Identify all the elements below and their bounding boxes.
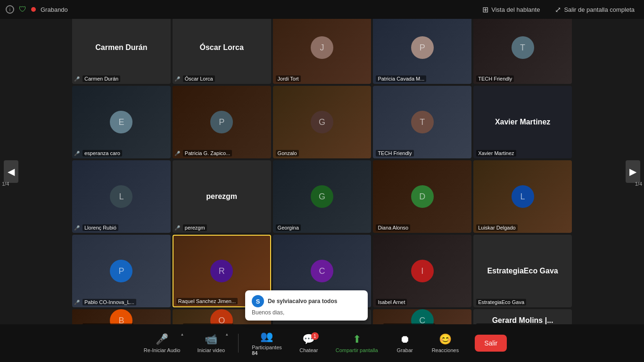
speaker-view-btn[interactable]: ⊞ Vista del hablante	[479, 3, 544, 16]
audio-chevron-icon: ▲	[181, 332, 184, 337]
video-tile-11[interactable]: L🎤Llorenç Rubió	[72, 160, 171, 233]
video-tile-15[interactable]: LLuiskar Delgado	[473, 160, 572, 233]
chat-sender-avatar: S	[252, 295, 264, 307]
tile-name-9: TECH Friendly	[376, 150, 413, 156]
leave-btn[interactable]: Salir	[475, 335, 507, 352]
video-tile-14[interactable]: DDiana Alonso	[373, 160, 471, 233]
share-screen-label: Compartir pantalla	[336, 347, 378, 353]
video-tile-7[interactable]: P🎤Patricia G. Zapico...	[173, 86, 271, 158]
tile-name-13: Georgina	[276, 224, 301, 231]
video-tile-5[interactable]: TTECH Friendly	[473, 11, 572, 84]
nav-next-button[interactable]: ▶	[626, 160, 640, 183]
topbar: i 🛡 Grabando ⊞ Vista del hablante ⤢ Sali…	[0, 0, 644, 19]
tile-name-1: Carmen Durán	[83, 75, 120, 82]
video-tile-9[interactable]: TTECH Friendly	[373, 86, 471, 158]
speaker-view-icon: ⊞	[482, 5, 488, 14]
video-btn[interactable]: 📹 Iniciar video ▲	[190, 329, 231, 357]
tile-name-10: Xavier Martinez	[476, 150, 516, 156]
tile-name-15: Luiskar Delgado	[476, 224, 518, 231]
tile-name-6: esperanza caro	[83, 150, 122, 156]
tile-name-5: TECH Friendly	[476, 75, 514, 82]
video-tile-4[interactable]: PPatricia Cavada M...	[373, 11, 471, 84]
share-screen-icon: ⬆	[353, 333, 361, 346]
separator-1	[238, 334, 239, 353]
mute-icon-2: 🎤	[174, 75, 180, 82]
video-tile-16[interactable]: P🎤Pablo CO-Innova_L...	[72, 235, 171, 307]
topbar-right: ⊞ Vista del hablante ⤢ Salir de pantalla…	[479, 3, 638, 16]
tile-name-19: Isabel Arnet	[376, 299, 407, 305]
chat-popup: S De sylviacalvo para todos Buenos dias,	[245, 290, 368, 321]
tile-name-4: Patricia Cavada M...	[376, 75, 426, 82]
mute-icon-7: 🎤	[174, 150, 180, 156]
reactions-label: Reacciones	[432, 347, 459, 353]
chat-popup-header: S De sylviacalvo para todos	[252, 295, 361, 307]
participants-label: Participantes 84	[252, 345, 282, 356]
video-tile-12[interactable]: perezgm🎤perezgm	[173, 160, 271, 233]
chat-btn[interactable]: 💬 Chatear 1	[292, 329, 325, 357]
reactions-icon: 😊	[439, 333, 452, 346]
shield-icon: 🛡	[19, 5, 26, 14]
tile-name-3: Jordi Tort	[276, 75, 301, 82]
toolbar: 🎤 Re-Iniciar Audio ▲ 📹 Iniciar video ▲ 👥…	[0, 324, 644, 362]
mute-icon-12: 🎤	[174, 224, 180, 231]
video-tile-13[interactable]: GGeorgina	[273, 160, 372, 233]
video-tile-20[interactable]: EstrategiaEco GavaEstrategiaEco Gava	[473, 235, 572, 307]
reactions-btn[interactable]: 😊 Reacciones	[425, 329, 465, 357]
record-btn[interactable]: ⏺ Grabar	[388, 329, 421, 357]
nav-prev-button[interactable]: ◀	[4, 160, 18, 183]
video-tile-10[interactable]: Xavier MartinezXavier Martinez	[473, 86, 572, 158]
tile-name-8: Gonzalo	[276, 150, 299, 156]
tile-name-11: Llorenç Rubió	[83, 224, 118, 231]
record-label: Grabar	[397, 347, 413, 353]
video-tile-2[interactable]: Óscar Lorca🎤Óscar Lorca	[173, 11, 271, 84]
participants-btn[interactable]: 👥 Participantes 84	[245, 327, 289, 360]
tile-name-17: Raquel Sanchez Jimen...	[176, 298, 238, 304]
recording-dot	[31, 7, 36, 12]
audio-icon: 🎤	[156, 333, 168, 346]
video-label: Iniciar video	[197, 347, 225, 353]
exit-fullscreen-icon: ⤢	[555, 5, 561, 14]
exit-fullscreen-btn[interactable]: ⤢ Salir de pantalla completa	[551, 3, 638, 16]
mute-icon-1: 🎤	[74, 75, 80, 82]
mute-icon-11: 🎤	[74, 224, 80, 231]
video-tile-3[interactable]: JJordi Tort	[273, 11, 372, 84]
mute-icon-16: 🎤	[74, 299, 80, 305]
participants-icon: 👥	[260, 330, 273, 343]
video-tile-1[interactable]: Carmen Durán🎤Carmen Durán	[72, 11, 171, 84]
video-tile-19[interactable]: IIsabel Arnet	[373, 235, 471, 307]
audio-btn[interactable]: 🎤 Re-Iniciar Audio ▲	[137, 329, 187, 357]
chat-message-text: Buenos dias,	[252, 309, 361, 316]
tile-name-20: EstrategiaEco Gava	[476, 299, 526, 305]
audio-label: Re-Iniciar Audio	[144, 347, 181, 353]
video-chevron-icon: ▲	[225, 332, 229, 337]
video-grid: Carmen Durán🎤Carmen DuránÓscar Lorca🎤Ósc…	[72, 11, 572, 332]
share-screen-btn[interactable]: ⬆ Compartir pantalla	[329, 329, 385, 357]
video-tile-6[interactable]: E🎤esperanza caro	[72, 86, 171, 158]
mute-icon-6: 🎤	[74, 150, 80, 156]
video-tile-8[interactable]: GGonzalo	[273, 86, 372, 158]
chat-label: Chatear	[299, 347, 318, 353]
tile-name-7: Patricia G. Zapico...	[183, 150, 232, 156]
chat-badge: 1	[311, 332, 319, 340]
tile-name-2: Óscar Lorca	[183, 75, 215, 82]
info-icon[interactable]: i	[6, 5, 14, 14]
tile-name-14: Diana Alonso	[376, 224, 410, 231]
record-icon: ⏺	[400, 333, 410, 346]
tile-name-12: perezgm	[183, 224, 207, 231]
chat-sender-label: De sylviacalvo para todos	[268, 298, 337, 304]
tile-name-16: Pablo CO-Innova_L...	[83, 299, 136, 305]
topbar-left: i 🛡 Grabando	[6, 5, 479, 14]
recording-label: Grabando	[41, 6, 68, 13]
exit-fullscreen-label: Salir de pantalla completa	[564, 6, 635, 13]
speaker-view-label: Vista del hablante	[491, 6, 540, 13]
grid-area: ◀ 1/4 Carmen Durán🎤Carmen DuránÓscar Lor…	[0, 19, 644, 324]
video-icon: 📹	[205, 333, 217, 346]
